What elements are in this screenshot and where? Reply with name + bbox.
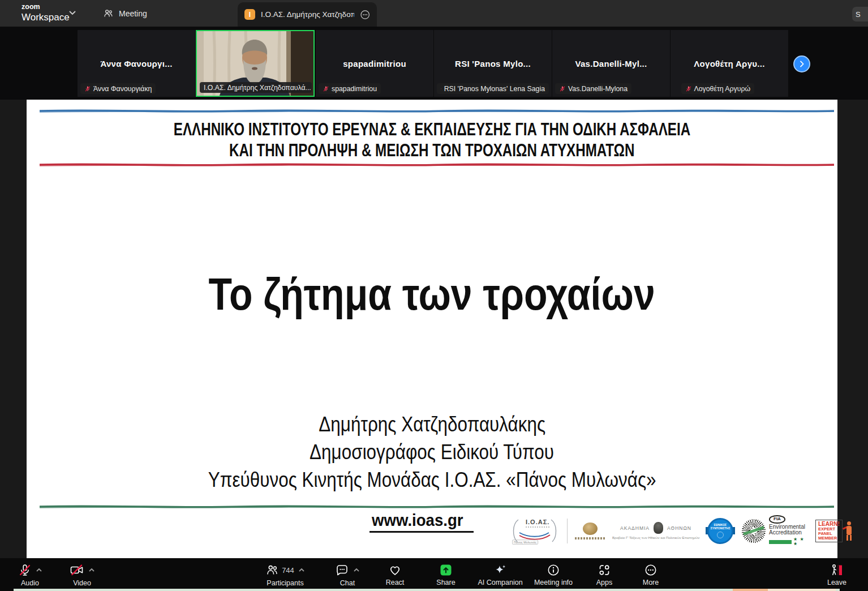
zoom-logo-text: zoom [22,3,70,11]
share-screen-icon [439,563,453,577]
leave-door-icon [830,563,844,577]
meeting-tab-title: Ι.Ο.ΑΣ. Δημήτρης Χατζηδοπαυλό [261,10,354,19]
participant-tile[interactable]: Λογοθέτη Αργυ... Λογοθέτη Αργυρώ [671,30,788,97]
presentation-slide: ΕΛΛΗΝΙΚΟ ΙΝΣΤΙΤΟΥΤΟ ΕΡΕΥΝΑΣ & ΕΚΠΑΙΔΕΥΣΗ… [27,100,837,558]
camera-off-icon [70,563,84,577]
video-button[interactable]: Video [59,558,105,591]
participant-tag-label: Ι.Ο.ΑΣ. Δημήτρης Χατζηδοπαυλά... [204,84,311,92]
clipped-corner-button[interactable]: S [852,7,868,22]
mic-muted-icon [84,85,91,92]
tab-options-ellipsis-icon[interactable] [360,8,370,21]
learn-person-icon [845,521,853,541]
info-icon [547,563,560,577]
national-coordinator-badge: ΕΘΝΙΚΟΣ ΣΥΝΤΟΝΙΣΤΗΣ [706,516,735,546]
chevron-down-icon[interactable] [68,10,76,15]
participant-filmstrip: Άννα Φανουργι... Άννα Φανουργιάκη [0,27,868,100]
participant-name-tag: Λογοθέτη Αργυρώ [681,83,754,94]
presenter-position: Υπεύθυνος Κινητής Μονάδας Ι.Ο.ΑΣ. «Πάνος… [208,466,656,494]
participants-button[interactable]: 744 Participants [249,558,321,591]
meeting-tab-label: Meeting [119,9,147,18]
presenter-name: Δημήτρης Χατζηδοπαυλάκης [319,410,545,438]
participants-options-caret-icon[interactable] [298,568,305,572]
chat-options-caret-icon[interactable] [353,568,360,572]
header-line-2: ΚΑΙ ΤΗΝ ΠΡΟΛΗΨΗ & ΜΕΙΩΣΗ ΤΩΝ ΤΡΟΧΑΙΩΝ ΑΤ… [229,140,634,161]
participant-name-tag: spapadimitriou [319,83,381,94]
slide-institute-header: ΕΛΛΗΝΙΚΟ ΙΝΣΤΙΤΟΥΤΟ ΕΡΕΥΝΑΣ & ΕΚΠΑΙΔΕΥΣΗ… [27,119,837,161]
slide-title: Το ζήτημα των τροχαίων [27,262,837,327]
participant-display-name: Λογοθέτη Αργυ... [694,59,765,68]
meeting-tab-badge: I [244,9,255,20]
participant-display-name: Άννα Φανουργι... [100,59,172,68]
video-options-caret-icon[interactable] [88,568,95,572]
workspace-logo-text: Workspace [22,12,70,22]
participant-tag-label: Λογοθέτη Αργυρώ [694,85,750,93]
owl-icon [654,522,663,534]
desktop-edge-strip [14,589,840,591]
participant-display-name: RSI 'Panos Mylo... [455,59,531,68]
participant-tag-label: RSI 'Panos Mylonas' Lena Sagia [444,85,545,93]
participants-icon [265,563,279,577]
react-button[interactable]: React [372,558,418,591]
mic-muted-icon [323,85,329,92]
badge-emblem [717,532,724,538]
participant-name-tag: Ι.Ο.ΑΣ. Δημήτρης Χατζηδοπαυλά... [200,82,312,93]
fia-environmental-accreditation-logo: FIA Environmental Accreditation ★ ★ ★ [742,515,809,546]
shared-screen-area: ΕΛΛΗΝΙΚΟ ΙΝΣΤΙΤΟΥΤΟ ΕΡΕΥΝΑΣ & ΕΚΠΑΙΔΕΥΣΗ… [0,100,868,558]
active-speaker-video-tile[interactable]: Ι.Ο.ΑΣ. Δημήτρης Χατζηδοπαυλά... [196,30,315,97]
heart-icon [388,563,402,577]
participant-display-name: Vas.Danelli-Myl... [575,59,647,68]
medal-logo [574,516,606,546]
participant-name-tag: RSI 'Panos Mylonas' Lena Sagia [437,83,549,94]
next-participants-button[interactable] [793,55,810,72]
mic-muted-icon [441,85,442,92]
header-line-1: ΕΛΛΗΝΙΚΟ ΙΝΣΤΙΤΟΥΤΟ ΕΡΕΥΝΑΣ & ΕΚΠΑΙΔΕΥΣΗ… [174,119,690,140]
participant-tile[interactable]: spapadimitriou spapadimitriou [316,30,433,97]
audio-button[interactable]: Audio [7,558,53,591]
medal-icon [583,523,598,535]
zoom-meeting-window: zoom Workspace Meeting I Ι.Ο.ΑΣ. Δημήτρη… [0,0,868,591]
mic-muted-icon [18,563,32,577]
more-button[interactable]: More [628,558,673,591]
apps-button[interactable]: Apps [582,558,627,591]
audio-options-caret-icon[interactable] [36,568,42,572]
ioas-logo: Ι.Ο.ΑΣ. Πάνος Μυλωνάς [510,516,560,546]
slide-top-rule [38,109,836,113]
ioas-logo-caption: Πάνος Μυλωνάς [512,539,538,545]
tab-meeting[interactable]: Meeting [97,0,153,27]
chat-icon [335,563,349,577]
participant-tile[interactable]: Άννα Φανουργι... Άννα Φανουργιάκη [78,30,195,97]
presenter-block: Δημήτρης Χατζηδοπαυλάκης Δημοσιογράφος Ε… [27,410,837,494]
academy-caption: Βραβείο Γ' Τάξεως των Ηθικών και Πολιτικ… [612,536,699,539]
fia-green-bar [769,540,792,544]
participants-count: 744 [282,566,294,575]
share-button[interactable]: Share [423,558,469,591]
zoom-workspace-logo[interactable]: zoom Workspace [22,3,70,22]
ioas-logo-subtitle-line [526,526,551,528]
participant-tag-label: Vas.Danelli-Mylona [568,85,628,93]
participant-tag-label: spapadimitriou [332,85,377,93]
meeting-people-icon [103,8,114,19]
chevron-right-icon [797,59,806,68]
participant-tile[interactable]: RSI 'Panos Mylo... RSI 'Panos Mylonas' L… [434,30,552,97]
sparkle-icon [493,563,507,577]
slide-red-rule [38,162,836,167]
medal-caption-placeholder [575,537,605,539]
mic-muted-icon [685,85,692,92]
ai-companion-button[interactable]: AI Companion [471,558,529,591]
presenter-role: Δημοσιογράφος Ειδικού Τύπου [310,438,555,466]
tab-active-meeting[interactable]: I Ι.Ο.ΑΣ. Δημήτρης Χατζηδοπαυλό [238,2,377,27]
website-link: www.ioas.gr [369,511,474,533]
learn-expert-panel-logo: LEARN! EXPERT PANEL MEMBER [815,520,853,542]
meeting-info-button[interactable]: Meeting info [525,558,582,591]
academy-of-athens-logo: ΑΚΑΔΗΜΙΑ ΑΘΗΝΩΝ Βραβείο Γ' Τάξεως των Ηθ… [613,516,699,546]
participant-tile[interactable]: Vas.Danelli-Myl... Vas.Danelli-Mylona [552,30,670,97]
top-tab-bar: zoom Workspace Meeting I Ι.Ο.ΑΣ. Δημήτρη… [0,0,868,27]
meeting-controls-toolbar: Audio Video [0,558,868,591]
mic-muted-icon [559,85,566,92]
more-ellipsis-icon [644,563,658,577]
apps-icon [598,563,611,577]
chat-button[interactable]: Chat [324,558,371,591]
slide-logo-strip: Ι.Ο.ΑΣ. Πάνος Μυλωνάς ΑΚΑΔΗΜΙΑ ΑΘΗΝΩΝ Βρ… [510,515,833,547]
leave-button[interactable]: Leave [814,558,860,591]
participant-display-name: spapadimitriou [343,59,406,68]
